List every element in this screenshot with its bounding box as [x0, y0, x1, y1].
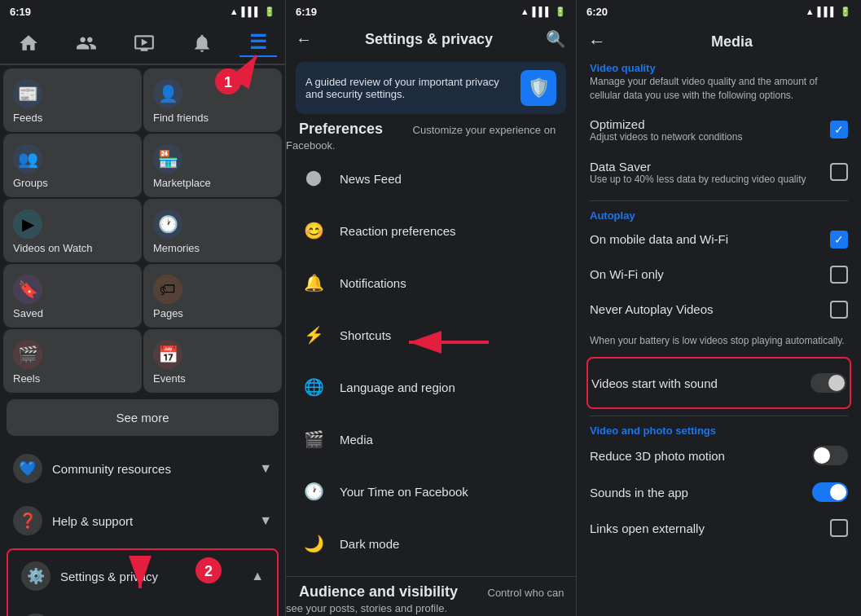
news-feed-item[interactable]: News Feed: [286, 152, 576, 205]
marketplace-icon: 🏪: [153, 144, 182, 174]
search-icon[interactable]: 🔍: [546, 29, 566, 49]
data-saver-option[interactable]: Data Saver Use up to 40% less data by re…: [590, 152, 848, 194]
reels-icon: 🎬: [13, 340, 42, 369]
settings-privacy-item[interactable]: ⚙️ Settings & privacy ▲: [8, 550, 277, 602]
wifi-only-option[interactable]: On Wi-Fi only: [590, 257, 848, 293]
marketplace-label: Marketplace: [153, 177, 211, 189]
data-saver-checkbox[interactable]: [830, 163, 848, 181]
settings-item[interactable]: ⚙️ Settings: [8, 602, 277, 616]
video-photo-label: Video and photo settings: [590, 415, 716, 442]
settings-privacy-header: ← Settings & privacy 🔍: [286, 23, 576, 55]
preferences-title: Preferences: [286, 121, 396, 139]
community-label: Community resources: [52, 462, 171, 476]
mobile-wifi-checkbox[interactable]: [830, 231, 848, 249]
wifi-only-checkbox[interactable]: [830, 266, 848, 284]
optimized-checkbox[interactable]: [830, 121, 848, 139]
optimized-left: Optimized Adjust videos to network condi…: [590, 117, 742, 143]
sounds-app-toggle[interactable]: [812, 482, 848, 502]
menu-item-videos-on-watch[interactable]: ▶ Videos on Watch: [3, 199, 142, 262]
language-region-item[interactable]: 🌐 Language and region: [286, 361, 576, 413]
reduce-3d-toggle[interactable]: [812, 446, 848, 465]
memories-label: Memories: [153, 242, 200, 254]
menu-item-events[interactable]: 📅 Events: [143, 329, 282, 393]
reaction-label: Reaction preferences: [340, 224, 456, 238]
find-friends-icon: 👤: [153, 79, 182, 108]
signal-icon-right: ▌▌▌: [818, 7, 837, 16]
nav-friends[interactable]: [66, 29, 107, 57]
community-icon: 💙: [13, 454, 42, 483]
nav-home[interactable]: [8, 29, 49, 57]
wifi-icon-right: ▲: [806, 7, 815, 16]
reduce-3d-option[interactable]: Reduce 3D photo motion: [590, 438, 848, 474]
menu-item-find-friends[interactable]: 👤 Find friends: [143, 68, 282, 132]
help-label: Help & support: [52, 514, 133, 528]
never-autoplay-checkbox[interactable]: [830, 301, 848, 319]
media-title: Media: [614, 33, 850, 51]
help-icon: ❓: [13, 506, 42, 535]
shortcuts-icon: ⚡: [299, 320, 328, 350]
your-time-icon: 🕐: [299, 477, 328, 506]
settings-privacy-icon: ⚙️: [21, 561, 51, 591]
media-back-icon[interactable]: ←: [588, 31, 606, 52]
shortcuts-item[interactable]: ⚡ Shortcuts: [286, 309, 576, 361]
menu-item-pages[interactable]: 🏷 Pages: [143, 264, 282, 328]
see-more-button[interactable]: See more: [7, 399, 279, 436]
events-label: Events: [153, 372, 186, 385]
never-autoplay-title: Never Autoplay Videos: [590, 302, 714, 316]
chevron-down-icon-2: ▼: [259, 513, 272, 528]
menu-item-marketplace[interactable]: 🏪 Marketplace: [143, 134, 282, 197]
videos-start-sound-option[interactable]: Videos start with sound: [591, 365, 846, 401]
links-external-checkbox[interactable]: [830, 519, 848, 537]
privacy-banner-text: A guided review of your important privac…: [305, 76, 512, 100]
media-content: Video quality Manage your default video …: [577, 60, 861, 616]
optimized-title: Optimized: [590, 117, 742, 131]
sounds-app-option[interactable]: Sounds in the app: [590, 474, 848, 511]
videos-start-sound-toggle[interactable]: [810, 373, 846, 393]
panel-left: 6:19 ▲ ▌▌▌ 🔋 ☰: [0, 0, 285, 616]
nav-notifications[interactable]: [182, 29, 222, 57]
menu-item-groups[interactable]: 👥 Groups: [3, 134, 142, 197]
menu-item-memories[interactable]: 🕐 Memories: [143, 199, 282, 262]
reels-label: Reels: [13, 372, 40, 385]
videos-on-watch-label: Videos on Watch: [13, 242, 93, 254]
reduce-3d-title: Reduce 3D photo motion: [590, 449, 725, 463]
never-autoplay-option[interactable]: Never Autoplay Videos: [590, 293, 848, 328]
data-saver-title: Data Saver: [590, 160, 806, 174]
menu-grid: 📰 Feeds 👤 Find friends 👥 Groups 🏪 Market…: [0, 65, 285, 396]
media-label: Media: [340, 433, 373, 447]
top-navigation: ☰: [0, 23, 285, 65]
optimized-subtitle: Adjust videos to network conditions: [590, 131, 742, 143]
menu-item-reels[interactable]: 🎬 Reels: [3, 329, 142, 393]
menu-item-feeds[interactable]: 📰 Feeds: [3, 68, 142, 132]
menu-item-saved[interactable]: 🔖 Saved: [3, 264, 142, 328]
notifications-label: Notifications: [340, 276, 406, 290]
privacy-banner[interactable]: A guided review of your important privac…: [296, 62, 566, 114]
your-time-item[interactable]: 🕐 Your Time on Facebook: [286, 465, 576, 517]
chevron-down-icon: ▼: [259, 461, 272, 476]
language-label: Language and region: [340, 381, 455, 394]
links-external-title: Links open externally: [590, 521, 705, 535]
media-icon: 🎬: [299, 425, 328, 454]
dark-mode-item[interactable]: 🌙 Dark mode: [286, 517, 576, 570]
news-feed-icon: [299, 164, 328, 193]
media-header: ← Media: [577, 23, 861, 60]
help-support-item[interactable]: ❓ Help & support ▼: [0, 495, 285, 547]
links-external-option[interactable]: Links open externally: [590, 511, 848, 546]
svg-point-0: [306, 171, 321, 186]
reaction-prefs-item[interactable]: 😊 Reaction preferences: [286, 205, 576, 257]
battery-icon: 🔋: [264, 7, 275, 17]
media-item[interactable]: 🎬 Media: [286, 413, 576, 465]
videos-on-watch-icon: ▶: [13, 209, 42, 239]
nav-watch[interactable]: [124, 29, 165, 57]
sounds-app-title: Sounds in the app: [590, 486, 688, 499]
nav-menu[interactable]: ☰: [239, 29, 277, 57]
notifications-item[interactable]: 🔔 Notifications: [286, 257, 576, 309]
back-arrow-icon[interactable]: ←: [296, 30, 312, 49]
mobile-wifi-option[interactable]: On mobile data and Wi-Fi: [590, 222, 848, 257]
battery-warning: When your battery is low videos stop pla…: [590, 328, 848, 354]
news-feed-label: News Feed: [340, 172, 402, 186]
pages-label: Pages: [153, 307, 183, 319]
optimized-option[interactable]: Optimized Adjust videos to network condi…: [590, 109, 848, 152]
community-resources-item[interactable]: 💙 Community resources ▼: [0, 442, 285, 495]
settings-privacy-title: Settings & privacy: [312, 31, 546, 48]
